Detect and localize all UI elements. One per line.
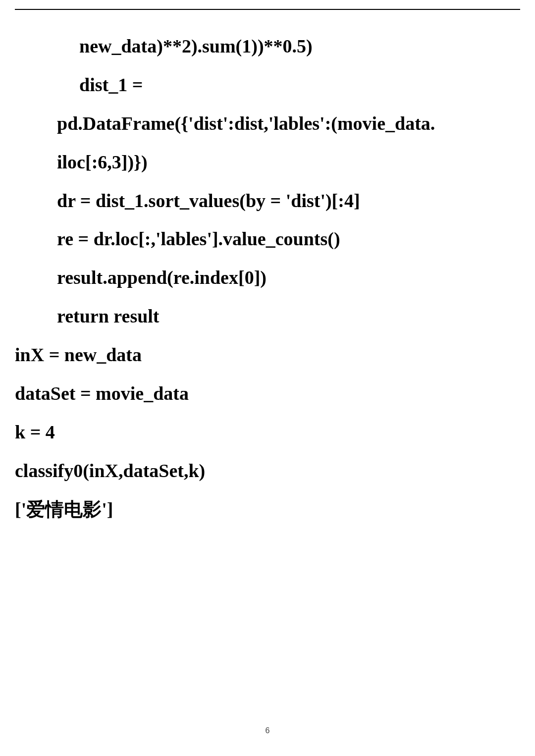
code-line: classify0(inX,dataSet,k) (15, 452, 520, 490)
code-line: return result (15, 297, 520, 336)
code-line: dr = dist_1.sort_values(by = 'dist')[:4] (15, 182, 520, 220)
code-line: dist_1 = (15, 66, 520, 105)
document-page: new_data)**2).sum(1))**0.5) dist_1 = pd.… (0, 9, 535, 756)
code-line: new_data)**2).sum(1))**0.5) (15, 27, 520, 66)
code-line: pd.DataFrame({'dist':dist,'lables':(movi… (15, 105, 520, 143)
code-line: dataSet = movie_data (15, 375, 520, 413)
code-line: result.append(re.index[0]) (15, 259, 520, 297)
code-line: ['爱情电影'] (15, 490, 520, 529)
page-number: 6 (0, 726, 535, 735)
code-line: re = dr.loc[:,'lables'].value_counts() (15, 220, 520, 259)
code-line: inX = new_data (15, 336, 520, 375)
code-line: k = 4 (15, 413, 520, 452)
top-rule (15, 9, 520, 10)
code-body: new_data)**2).sum(1))**0.5) dist_1 = pd.… (15, 27, 520, 529)
code-line: iloc[:6,3])}) (15, 143, 520, 182)
